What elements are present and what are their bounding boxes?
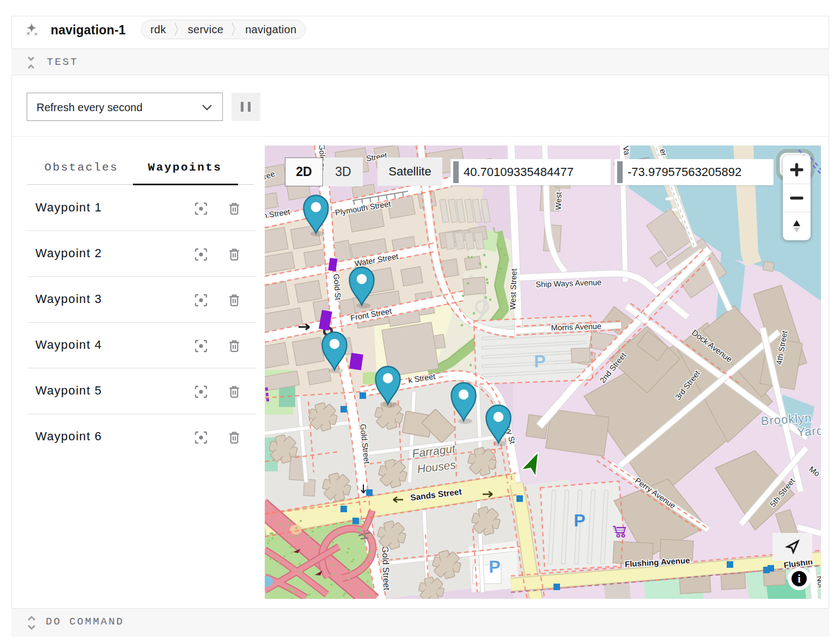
svg-text:P: P (489, 557, 500, 577)
svg-text:West: West (553, 192, 563, 210)
svg-text:Gold Street: Gold Street (381, 546, 392, 591)
svg-text:P: P (574, 511, 585, 530)
svg-text:West Street: West Street (508, 269, 519, 310)
svg-text:Yard: Yard (796, 423, 821, 439)
svg-text:Gold St: Gold St (332, 274, 342, 300)
svg-text:P: P (534, 351, 545, 371)
svg-text:Morris Avenue: Morris Avenue (551, 322, 601, 332)
